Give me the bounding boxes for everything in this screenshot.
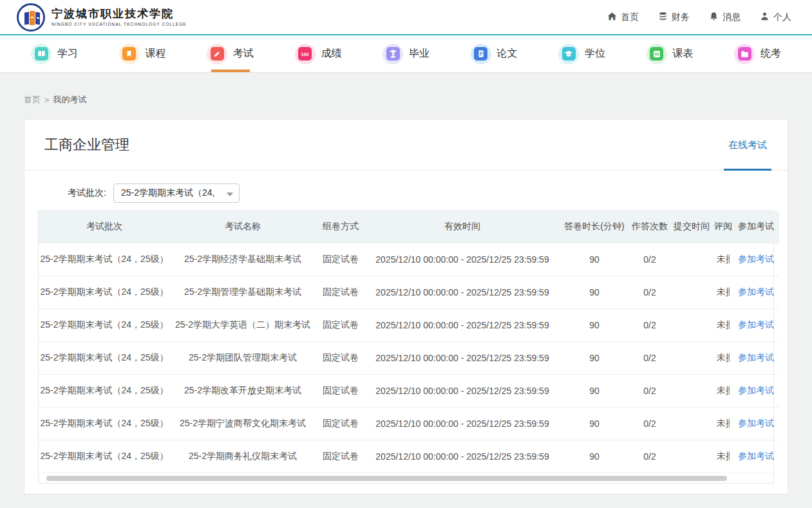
table-row: 25-2学期期末考试（24，25级）25-2学期宁波商帮文化期末考试固定试卷20… (39, 407, 779, 440)
cell-duration: 90 (559, 276, 630, 308)
cell-exam-name: 25-2学期管理学基础期末考试 (170, 276, 316, 308)
cell-paper-mode: 固定试卷 (316, 440, 366, 473)
cell-valid-time: 2025/12/10 00:00:00 - 2025/12/25 23:59:5… (366, 440, 559, 473)
course-bookmark-icon (119, 44, 140, 64)
cell-batch: 25-2学期期末考试（24，25级） (39, 407, 170, 440)
cell-attempts: 0/2 (630, 243, 670, 276)
cell-paper-mode: 固定试卷 (316, 341, 366, 374)
college-logo: 宁波城市职业技术学院 NINGBO CITY VOCATIONAL TECHNO… (17, 3, 187, 32)
mainnav-item-7[interactable]: 学位 (558, 35, 605, 72)
take-exam-link[interactable]: 参加考试 (738, 451, 774, 461)
take-exam-link[interactable]: 参加考试 (738, 385, 774, 395)
column-header-8: 评阅 (713, 211, 733, 243)
tab-online-exam[interactable]: 在线考试 (727, 120, 768, 170)
cell-paper-mode: 固定试卷 (316, 243, 366, 276)
cell-action: 参加考试 (733, 440, 779, 473)
cell-action: 参加考试 (733, 243, 779, 276)
breadcrumb-item-2: 我的考试 (53, 94, 87, 106)
cell-duration: 90 (559, 308, 630, 341)
cell-batch: 25-2学期期末考试（24，25级） (39, 276, 170, 308)
exam-table-container: 考试批次考试名称组卷方式有效时间答卷时长(分钟)作答次数提交时间评阅参加考试 2… (38, 211, 774, 484)
mainnav-item-1[interactable]: 学习 (31, 35, 78, 72)
cell-review-status: 未批 (713, 308, 733, 341)
mainnav-label: 成绩 (321, 47, 342, 61)
exam-batch-select[interactable]: 25-2学期期末考试（24, (113, 183, 240, 203)
chevron-down-icon (227, 193, 233, 196)
topnav-label: 首页 (621, 12, 639, 23)
mainnav-item-3[interactable]: 考试 (207, 35, 254, 72)
cell-valid-time: 2025/12/10 00:00:00 - 2025/12/25 23:59:5… (366, 243, 559, 276)
mainnav-label: 考试 (233, 47, 254, 61)
cell-exam-name: 25-2学期宁波商帮文化期末考试 (170, 407, 316, 440)
graduation-icon (382, 44, 403, 64)
cell-review-status: 未批 (713, 407, 733, 440)
cell-review-status: 未批 (713, 341, 733, 374)
horizontal-scrollbar (39, 473, 773, 483)
page-title: 工商企业管理 (44, 135, 129, 155)
take-exam-link[interactable]: 参加考试 (738, 418, 774, 428)
exam-batch-label: 考试批次: (68, 187, 106, 199)
card-title-row: 工商企业管理 在线考试 (24, 120, 788, 171)
cell-submit-time (670, 341, 713, 374)
topnav-label: 消息 (722, 12, 741, 23)
cell-duration: 90 (559, 341, 630, 374)
exam-batch-filter: 考试批次: 25-2学期期末考试（24, (68, 183, 788, 203)
mainnav-item-9[interactable]: 统考 (734, 35, 781, 72)
cell-attempts: 0/2 (630, 407, 670, 440)
column-header-7: 提交时间 (670, 211, 713, 243)
take-exam-link[interactable]: 参加考试 (738, 319, 774, 330)
cell-attempts: 0/2 (630, 341, 670, 374)
cell-batch: 25-2学期期末考试（24，25级） (39, 440, 170, 473)
cell-duration: 90 (559, 407, 630, 440)
column-header-9: 参加考试 (733, 211, 779, 243)
topnav-item-2[interactable]: 财务 (658, 12, 690, 23)
cell-review-status: 未批 (713, 276, 733, 308)
cell-batch: 25-2学期期末考试（24，25级） (39, 243, 170, 276)
table-row: 25-2学期期末考试（24，25级）25-2学期大学英语（二）期末考试固定试卷2… (39, 308, 779, 341)
cell-action: 参加考试 (733, 308, 779, 341)
cell-attempts: 0/2 (630, 440, 670, 473)
table-row: 25-2学期期末考试（24，25级）25-2学期管理学基础期末考试固定试卷202… (39, 276, 779, 308)
exam-batch-selected-value: 25-2学期期末考试（24, (121, 187, 214, 199)
breadcrumb-item-1[interactable]: 首页 (24, 94, 41, 106)
take-exam-link[interactable]: 参加考试 (738, 287, 774, 297)
home-icon (607, 12, 617, 23)
cell-paper-mode: 固定试卷 (316, 308, 366, 341)
cell-valid-time: 2025/12/10 00:00:00 - 2025/12/25 23:59:5… (366, 341, 559, 374)
cell-duration: 90 (559, 374, 630, 407)
table-header-row: 考试批次考试名称组卷方式有效时间答卷时长(分钟)作答次数提交时间评阅参加考试 (39, 211, 779, 243)
mainnav-item-2[interactable]: 课程 (119, 35, 166, 72)
cell-submit-time (670, 243, 713, 276)
scrollbar-thumb[interactable] (46, 476, 727, 481)
cell-attempts: 0/2 (630, 276, 670, 308)
topnav-item-3[interactable]: 消息 (709, 12, 741, 23)
cell-action: 参加考试 (733, 374, 779, 407)
cell-review-status: 未批 (713, 374, 733, 407)
mainnav-item-4[interactable]: 100成绩 (295, 35, 342, 72)
cell-paper-mode: 固定试卷 (316, 374, 366, 407)
cell-attempts: 0/2 (630, 308, 670, 341)
cell-review-status: 未批 (713, 243, 733, 276)
cell-exam-name: 25-2学期团队管理期末考试 (170, 341, 316, 374)
take-exam-link[interactable]: 参加考试 (738, 352, 774, 362)
cell-valid-time: 2025/12/10 00:00:00 - 2025/12/25 23:59:5… (366, 308, 559, 341)
mainnav-item-8[interactable]: 课表 (647, 35, 694, 72)
cell-submit-time (670, 374, 713, 407)
mainnav-item-5[interactable]: 毕业 (382, 35, 430, 72)
cell-exam-name: 25-2学期改革开放史期末考试 (170, 374, 316, 407)
timetable-icon (647, 44, 667, 64)
cell-review-status: 未批 (713, 440, 733, 473)
topnav-item-4[interactable]: 个人 (760, 12, 791, 23)
content-area: 首页>我的考试 工商企业管理 在线考试 考试批次: 25-2学期期末考试（24,… (0, 73, 812, 494)
cell-paper-mode: 固定试卷 (316, 276, 366, 308)
mainnav-item-6[interactable]: 论文 (471, 35, 518, 72)
cell-exam-name: 25-2学期大学英语（二）期末考试 (170, 308, 316, 341)
cell-attempts: 0/2 (630, 374, 670, 407)
unified-exam-icon (734, 44, 755, 64)
cell-action: 参加考试 (733, 276, 779, 308)
column-header-4: 有效时间 (366, 211, 559, 243)
take-exam-link[interactable]: 参加考试 (738, 254, 774, 264)
topnav-item-1[interactable]: 首页 (607, 12, 639, 23)
table-row: 25-2学期期末考试（24，25级）25-2学期经济学基础期末考试固定试卷202… (39, 243, 779, 276)
mainnav-label: 学习 (57, 47, 78, 61)
